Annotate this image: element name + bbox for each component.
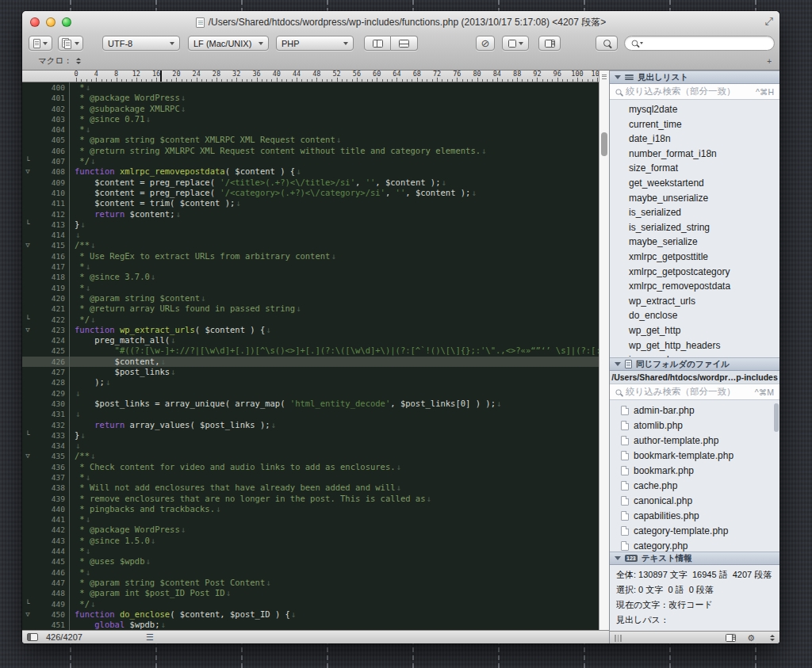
encoding-dropdown[interactable]: UTF-8 [102,36,180,51]
file-item[interactable]: atomlib.php [610,418,779,433]
code-editor[interactable]: 400 *↓401 * @package WordPress↓402 * @su… [22,82,599,630]
code-line[interactable]: 439 * remove enclosures that are no long… [22,494,599,504]
code-line[interactable]: 424 preg_match_all(↓ [22,335,599,345]
split-handle-icon[interactable] [601,73,607,79]
close-button[interactable] [30,17,40,27]
code-line[interactable]: 429↓ [22,388,599,399]
macro-bar-right-glyph[interactable]: + [767,57,772,66]
code-line[interactable]: 401 * @package WordPress↓ [22,93,599,103]
code-line[interactable]: 416 * Use RegEx to extract URLs from arb… [22,251,599,261]
document-proxy-icon[interactable] [196,17,205,28]
code-line[interactable]: └413}↓ [22,219,599,230]
list-icon[interactable]: ☰ [146,632,153,643]
code-line[interactable]: 420 * @param string $content↓ [22,293,599,303]
code-line[interactable]: 451 global $wpdb;↓ [22,620,599,630]
display-mode-button[interactable] [502,36,529,51]
gear-icon[interactable]: ⚙ [747,634,755,643]
code-line[interactable]: 418 * @since 3.7.0↓ [22,272,599,282]
outline-item[interactable]: number_format_i18n [610,147,779,162]
file-item[interactable]: capabilities.php [610,509,779,524]
code-line[interactable]: 402 * @subpackage XMLRPC↓ [22,104,599,114]
code-line[interactable]: 441 *↓ [22,514,599,525]
code-line[interactable]: 417 *↓ [22,261,599,272]
sidebar-stepper[interactable] [770,635,775,641]
outline-item[interactable]: xmlrpc_getpostcategory [610,265,779,280]
split-vertical-button[interactable] [364,36,391,51]
file-list-scrollbar-thumb[interactable] [774,403,779,432]
file-item[interactable]: category.php [610,539,779,552]
file-item[interactable]: author-template.php [610,433,779,448]
panel-icon[interactable] [726,634,736,642]
outline-item[interactable]: wp_get_http [610,323,779,338]
code-line[interactable]: ▽423function wp_extract_urls( $content )… [22,325,599,335]
outline-item[interactable]: size_format [610,161,779,176]
code-line[interactable]: 448 * @param int $post_ID Post ID↓ [22,588,599,598]
code-line[interactable]: 412 return $content;↓ [22,209,599,219]
outline-item[interactable]: is_serialized_string [610,220,779,235]
code-line[interactable]: 447 * @param string $content Post Conten… [22,578,599,588]
code-line[interactable]: 405 * @param string $content XMLRPC XML … [22,135,599,145]
title-bar[interactable]: /Users/Shared/htdocs/wordpress/wp-includ… [22,11,779,33]
text-info-section-header[interactable]: 123 テキスト情報 [610,552,779,565]
code-line[interactable]: ▽415/**↓ [22,240,599,250]
code-line[interactable]: 436 * Check content for video and audio … [22,462,599,472]
code-line[interactable]: 419 *↓ [22,283,599,293]
outline-item[interactable]: get_weekstartend [610,176,779,191]
sidebar-toggle-button[interactable] [538,36,561,51]
disclosure-triangle-icon[interactable] [615,75,621,79]
outline-item[interactable]: is_serialized [610,205,779,220]
code-line[interactable]: └422 */↓ [22,315,599,325]
code-line[interactable]: 426 $content,↓ [22,357,599,367]
file-item[interactable]: cache.php [610,478,779,493]
file-item[interactable]: admin-bar.php [610,403,779,418]
code-line[interactable]: 425 "#((?:[\w-]+://?|[\w\d]+[.])[^\s()<>… [22,345,599,356]
outline-item[interactable]: mysql2date [610,102,779,117]
drawer-toggle-icon[interactable] [27,633,38,641]
disclosure-triangle-icon[interactable] [615,362,621,366]
code-line[interactable]: 406 * @return string XMLRPC XML Request … [22,146,599,156]
code-line[interactable]: └433}↓ [22,430,599,441]
code-line[interactable]: 421 * @return array URLs found in passed… [22,303,599,314]
code-line[interactable]: 434↓ [22,441,599,451]
outline-item[interactable]: do_enclose [610,308,779,323]
minimize-button[interactable] [46,17,56,27]
line-ending-dropdown[interactable]: LF (Mac/UNIX) [188,36,269,51]
duplicate-document-button[interactable] [58,36,83,51]
invisible-chars-button[interactable]: ⊘ [476,36,495,51]
search-panel-button[interactable] [596,36,618,51]
code-line[interactable]: 404 *↓ [22,124,599,135]
outline-section-header[interactable]: 見出しリスト [610,71,779,84]
files-search-field[interactable]: 絞り込み検索（部分一致） ^⌘M [610,384,779,400]
macro-stepper[interactable] [76,58,81,64]
fullscreen-arrows-icon[interactable]: ⤢ [765,16,773,26]
code-line[interactable]: 442 * @package WordPress↓ [22,525,599,535]
file-item[interactable]: canonical.php [610,494,779,509]
code-line[interactable]: 444 *↓ [22,546,599,556]
file-item[interactable]: bookmark.php [610,463,779,478]
files-section-header[interactable]: 同じフォルダのファイル [610,357,779,371]
code-line[interactable]: 440 * pingbacks and trackbacks.↓ [22,504,599,514]
file-item[interactable]: category-template.php [610,524,779,539]
code-line[interactable]: └449 */↓ [22,599,599,609]
drag-grip-icon[interactable] [615,635,622,642]
zoom-button[interactable] [62,17,71,27]
code-line[interactable]: 437 *↓ [22,472,599,483]
scrollbar-thumb[interactable] [601,132,607,156]
outline-item[interactable]: maybe_unserialize [610,191,779,206]
code-line[interactable]: 430 $post_links = array_unique( array_ma… [22,399,599,409]
file-item[interactable]: bookmark-template.php [610,448,779,463]
outline-item[interactable]: xmlrpc_getposttitle [610,250,779,265]
code-line[interactable]: 431↓ [22,409,599,419]
code-line[interactable]: 409 $content = preg_replace( '/<title>(.… [22,177,599,188]
code-line[interactable]: ▽450function do_enclose( $content, $post… [22,609,599,620]
outline-item[interactable]: wp_extract_urls [610,294,779,309]
code-line[interactable]: 414↓ [22,230,599,240]
code-line[interactable]: 410 $content = preg_replace( '/<category… [22,188,599,198]
outline-item[interactable]: xmlrpc_removepostdata [610,279,779,294]
new-document-button[interactable] [29,36,52,51]
code-line[interactable]: 403 * @since 0.71↓ [22,114,599,124]
code-line[interactable]: ▽408function xmlrpc_removepostdata( $con… [22,166,599,177]
outline-search-field[interactable]: 絞り込み検索（部分一致） ^⌘H [610,84,779,100]
code-line[interactable]: ▽435/**↓ [22,451,599,461]
outline-item[interactable]: current_time [610,117,779,132]
